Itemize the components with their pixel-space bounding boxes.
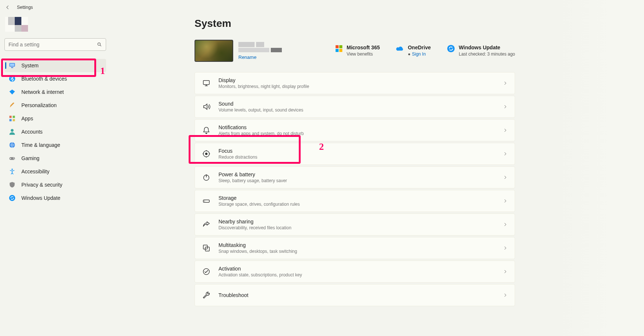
card-storage[interactable]: StorageStorage space, drives, configurat… (195, 190, 515, 212)
chevron-right-icon (503, 246, 507, 250)
card-power[interactable]: Power & batterySleep, battery usage, bat… (195, 166, 515, 188)
service-onedrive[interactable]: OneDrive ●Sign In (396, 45, 431, 57)
sidebar-item-gaming[interactable]: Gaming (4, 152, 106, 165)
check-icon (202, 268, 210, 276)
multi-icon (202, 244, 210, 252)
service-m365-title: Microsoft 365 (347, 45, 380, 50)
page-title: System (195, 18, 515, 29)
onedrive-icon (396, 45, 404, 53)
card-nearby[interactable]: Nearby sharingDiscoverability, received … (195, 213, 515, 236)
sidebar-item-label: Apps (21, 116, 33, 121)
back-arrow-icon (5, 5, 10, 10)
power-icon (202, 173, 210, 181)
rename-link[interactable]: Rename (238, 54, 282, 60)
user-account-block[interactable] (4, 15, 106, 38)
monitor-icon (9, 62, 15, 69)
card-title: Display (218, 77, 309, 83)
sidebar-item-label: Accessibility (21, 169, 49, 174)
card-subtitle: Sleep, battery usage, battery saver (218, 178, 287, 183)
svg-rect-28 (336, 49, 339, 52)
chevron-right-icon (503, 152, 507, 156)
share-icon (202, 220, 210, 229)
sidebar-item-update[interactable]: Windows Update (4, 191, 106, 205)
chevron-right-icon (503, 81, 507, 85)
search-icon (97, 42, 102, 47)
chevron-right-icon (503, 199, 507, 203)
service-onedrive-title: OneDrive (408, 45, 431, 50)
m365-icon (335, 45, 343, 53)
service-windows-update[interactable]: Windows Update Last checked: 3 minutes a… (447, 45, 515, 57)
bullet-icon: ● (408, 52, 410, 57)
card-subtitle: Storage space, drives, configuration rul… (218, 202, 300, 207)
card-title: Multitasking (218, 242, 297, 248)
card-subtitle: Snap windows, desktops, task switching (218, 249, 297, 254)
sidebar-item-time[interactable]: Time & language (4, 138, 106, 152)
brush-icon (9, 102, 15, 109)
device-thumbnail[interactable] (195, 40, 233, 62)
chevron-right-icon (503, 293, 507, 297)
sound-icon (202, 103, 210, 111)
sidebar-item-accounts[interactable]: Accounts (4, 125, 106, 138)
fade-overlay (559, 0, 644, 336)
sidebar-item-apps[interactable]: Apps (4, 112, 106, 125)
search-input[interactable] (8, 42, 97, 47)
sidebar-item-label: System (21, 63, 39, 68)
sidebar-item-personalization[interactable]: Personalization (4, 99, 106, 112)
service-m365[interactable]: Microsoft 365 View benefits (335, 45, 380, 57)
display-icon (202, 79, 210, 87)
sidebar-item-label: Personalization (21, 102, 57, 108)
annotation-badge-2: 2 (319, 141, 324, 152)
card-title: Nearby sharing (218, 219, 291, 224)
globe-icon (9, 142, 15, 148)
card-title: Storage (218, 195, 300, 201)
card-display[interactable]: DisplayMonitors, brightness, night light… (195, 72, 515, 94)
bell-icon (202, 126, 210, 134)
chevron-right-icon (503, 128, 507, 132)
search-box[interactable] (4, 38, 106, 51)
card-title: Focus (218, 148, 257, 154)
sidebar-item-privacy[interactable]: Privacy & security (4, 178, 106, 191)
card-title: Sound (218, 101, 303, 107)
chevron-right-icon (503, 105, 507, 109)
shield-icon (9, 181, 15, 188)
annotation-badge-1: 1 (100, 66, 105, 77)
user-avatar (5, 17, 28, 32)
sidebar-item-label: Accounts (21, 129, 43, 135)
card-notifications[interactable]: NotificationsAlerts from apps and system… (195, 119, 515, 141)
sidebar-item-system[interactable]: System (4, 59, 106, 72)
svg-rect-26 (336, 45, 339, 48)
sidebar-item-label: Network & internet (21, 89, 64, 95)
svg-rect-27 (339, 45, 342, 48)
app-title: Settings (17, 5, 33, 10)
card-focus[interactable]: FocusReduce distractions (195, 143, 515, 165)
chevron-right-icon (503, 269, 507, 274)
sidebar-item-network[interactable]: Network & internet (4, 85, 106, 99)
focus-icon (202, 150, 210, 158)
wifi-icon (9, 89, 15, 95)
device-model (238, 48, 282, 52)
card-activation[interactable]: ActivationActivation state, subscription… (195, 261, 515, 283)
sidebar-item-accessibility[interactable]: Accessibility (4, 165, 106, 178)
back-button[interactable] (4, 4, 11, 11)
access-icon (9, 168, 15, 175)
svg-rect-29 (339, 49, 342, 52)
card-title: Power & battery (218, 171, 287, 177)
service-m365-sub: View benefits (347, 52, 373, 57)
sidebar-item-label: Time & language (21, 142, 60, 148)
card-title: Troubleshoot (218, 292, 248, 298)
sidebar-item-bluetooth[interactable]: Bluetooth & devices (4, 72, 106, 85)
card-subtitle: Alerts from apps and system, do not dist… (218, 131, 304, 136)
card-subtitle: Volume levels, output, input, sound devi… (218, 107, 303, 113)
card-multitask[interactable]: MultitaskingSnap windows, desktops, task… (195, 237, 515, 259)
onedrive-signin-link[interactable]: Sign In (412, 52, 426, 57)
wrench-icon (202, 291, 210, 299)
card-title: Activation (218, 266, 302, 272)
sidebar-item-label: Privacy & security (21, 182, 62, 188)
update-icon (9, 195, 15, 201)
card-subtitle: Reduce distractions (218, 155, 257, 160)
gamepad-icon (9, 155, 15, 162)
card-troubleshoot[interactable]: Troubleshoot (195, 284, 515, 306)
card-sound[interactable]: SoundVolume levels, output, input, sound… (195, 96, 515, 118)
apps-icon (9, 115, 15, 122)
bluetooth-icon (9, 75, 15, 82)
